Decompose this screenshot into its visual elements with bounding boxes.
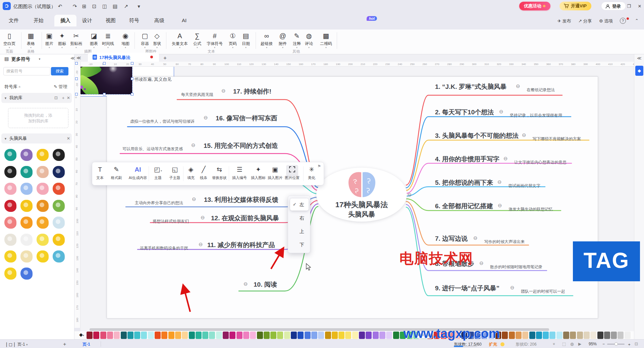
color-swatch[interactable] xyxy=(338,332,344,339)
toolbar-填充-button[interactable]: ◈填充 xyxy=(187,165,195,180)
library-symbol[interactable] xyxy=(4,183,16,195)
resize-handle[interactable] xyxy=(103,62,106,65)
collapse-branch-icon[interactable]: ⊖ xyxy=(522,133,526,137)
color-swatch[interactable] xyxy=(141,332,147,339)
color-swatch[interactable] xyxy=(461,332,467,339)
library-symbol[interactable] xyxy=(37,250,49,263)
color-swatch[interactable] xyxy=(625,332,631,339)
dropdown-option-右[interactable]: 右 xyxy=(290,212,309,224)
color-swatch[interactable] xyxy=(155,332,161,339)
library-symbol[interactable] xyxy=(20,183,33,195)
library-symbol[interactable] xyxy=(20,268,33,280)
collapse-branch-icon[interactable]: ⊖ xyxy=(221,89,226,93)
ribbon-公式-button[interactable]: ∑公式▾ xyxy=(193,32,201,49)
close-button[interactable]: ✕ xyxy=(635,3,644,10)
topic-note[interactable]: 将想法样式给朋友们 xyxy=(153,219,189,224)
toolbar-美化-button[interactable]: ✳美化 xyxy=(308,165,315,180)
color-swatch[interactable] xyxy=(87,332,93,339)
library-symbol[interactable] xyxy=(4,234,16,246)
topic-note[interactable]: 主动向外界分享自己的想法 xyxy=(135,200,183,206)
library-symbol[interactable] xyxy=(4,166,16,178)
collapse-branch-icon[interactable]: ⊖ xyxy=(516,84,520,89)
more-symbols-button[interactable]: 更多符号 xyxy=(11,56,30,62)
topic-title[interactable]: 9. 进行一场“点子风暴” xyxy=(435,284,499,293)
collapse-tabs-icon[interactable]: ≪ xyxy=(76,55,81,60)
color-swatch[interactable] xyxy=(536,332,542,339)
library-symbol[interactable] xyxy=(53,166,65,178)
toolbar-插入图标-button[interactable]: ✦插入图标 xyxy=(251,165,266,180)
color-swatch[interactable] xyxy=(359,332,365,339)
topic-title[interactable]: 6. 全部都用记忆搭建 xyxy=(435,202,493,211)
color-swatch[interactable] xyxy=(495,332,501,339)
library-symbol[interactable] xyxy=(37,200,49,212)
color-swatch[interactable] xyxy=(386,332,392,339)
leaf-image[interactable] xyxy=(76,63,132,94)
library-symbol[interactable] xyxy=(20,217,33,229)
manage-button[interactable]: ✎ 管理 xyxy=(54,84,67,90)
menu-tab-插入[interactable]: 插入 xyxy=(54,15,76,26)
horizontal-scrollbar[interactable] xyxy=(80,328,634,331)
color-swatch[interactable] xyxy=(522,332,528,339)
ribbon-空白页-button[interactable]: ▯空白页▾ xyxy=(3,32,15,49)
collapse-branch-icon[interactable]: ⊖ xyxy=(192,197,196,201)
resize-handle[interactable] xyxy=(103,93,106,96)
color-swatch[interactable] xyxy=(93,332,99,339)
comment-icon[interactable]: ◍ xyxy=(570,342,574,346)
color-swatch[interactable] xyxy=(298,332,304,339)
topic-note[interactable]: 每天坚持风雨无阻 xyxy=(181,92,213,98)
print-icon[interactable]: ▤ xyxy=(111,3,119,10)
page-selector[interactable]: 页-1 ▾ xyxy=(17,342,28,347)
topic-note[interactable]: 写下哪些不肯能解决的方案 xyxy=(533,136,581,142)
color-swatch[interactable] xyxy=(481,332,487,339)
collapse-branch-icon[interactable]: ⊖ xyxy=(503,156,508,161)
canvas[interactable]: 1. “J.K. 罗琳”式头脑风暴⊖在餐纸记录想法2. 每天写下10个想法⊖坚持… xyxy=(74,62,634,328)
topic-title[interactable]: 11. 减少所有的科技产品 xyxy=(207,241,275,249)
zoom-in-button[interactable]: ＋ xyxy=(627,342,631,347)
resize-handle[interactable] xyxy=(131,77,133,80)
toolbar-替换形状-button[interactable]: ⇆替换形状 xyxy=(212,165,227,180)
library-symbol[interactable] xyxy=(53,217,65,229)
topic-note[interactable]: 虚拟一位收件人，尝试与他写信倾诉 xyxy=(130,119,195,124)
color-swatch[interactable] xyxy=(345,332,351,339)
topic-title[interactable]: 15. 用完全不同的方式创造 xyxy=(204,141,278,150)
color-swatch[interactable] xyxy=(168,332,174,339)
library-symbol[interactable] xyxy=(20,200,33,212)
color-swatch[interactable] xyxy=(509,332,515,339)
toolbar-线条-button[interactable]: ╱线条 xyxy=(200,165,207,180)
collapse-branch-icon[interactable]: ⊖ xyxy=(479,261,484,266)
promo-button[interactable]: 优惠活动 ❋ xyxy=(519,2,550,10)
color-swatch[interactable] xyxy=(400,332,406,339)
topic-note[interactable]: 尝试画画代替文字 xyxy=(508,183,540,189)
expand-link[interactable]: 扩充 xyxy=(489,342,497,347)
toolbar-格式刷-button[interactable]: ✎格式刷 xyxy=(111,165,122,180)
color-swatch[interactable] xyxy=(618,332,624,339)
library-symbol[interactable] xyxy=(37,149,49,161)
add-page-button[interactable]: ＋ xyxy=(62,341,67,347)
ribbon-超链接-button[interactable]: ∞超链接▾ xyxy=(261,32,273,49)
collapse-branch-icon[interactable]: ⊖ xyxy=(497,180,502,184)
ribbon-地图-button[interactable]: ◉地图▾ xyxy=(121,32,129,49)
ribbon-剪贴画-button[interactable]: ✂剪贴画▾ xyxy=(70,32,82,49)
topic-title[interactable]: 3. 头脑风暴每个不可能的想法 xyxy=(435,131,519,140)
menu-tab-视图[interactable]: 视图 xyxy=(106,17,116,24)
resize-handle[interactable] xyxy=(75,62,78,65)
new-tab-button[interactable]: ＋ xyxy=(162,55,168,62)
undo-icon[interactable]: ↶ xyxy=(56,3,64,10)
collapse-branch-icon[interactable]: ⊖ xyxy=(201,215,205,220)
collapse-branch-icon[interactable]: ⊖ xyxy=(499,109,503,114)
restore-button[interactable]: ❐ xyxy=(625,3,633,10)
color-swatch[interactable] xyxy=(223,332,229,339)
color-swatch[interactable] xyxy=(393,332,399,339)
library-symbol[interactable] xyxy=(53,149,65,161)
color-swatch[interactable] xyxy=(332,332,338,339)
collapse-branch-icon[interactable]: ⊖ xyxy=(204,115,208,120)
ribbon-容器-button[interactable]: ▢容器▾ xyxy=(141,32,149,49)
color-swatch[interactable] xyxy=(584,332,590,339)
topic-title[interactable]: 5. 把你想说的画下来 xyxy=(435,178,493,187)
collapse-branch-icon[interactable]: ⊖ xyxy=(191,143,196,148)
topic-note[interactable]: 坚持记录，以后会发现很有用 xyxy=(510,113,562,118)
close-icon[interactable]: ✕ xyxy=(67,93,70,103)
collapse-branch-icon[interactable]: ⊖ xyxy=(199,242,203,247)
ribbon-图片-button[interactable]: ▣图片▾ xyxy=(45,32,53,49)
color-swatch[interactable] xyxy=(556,332,562,339)
